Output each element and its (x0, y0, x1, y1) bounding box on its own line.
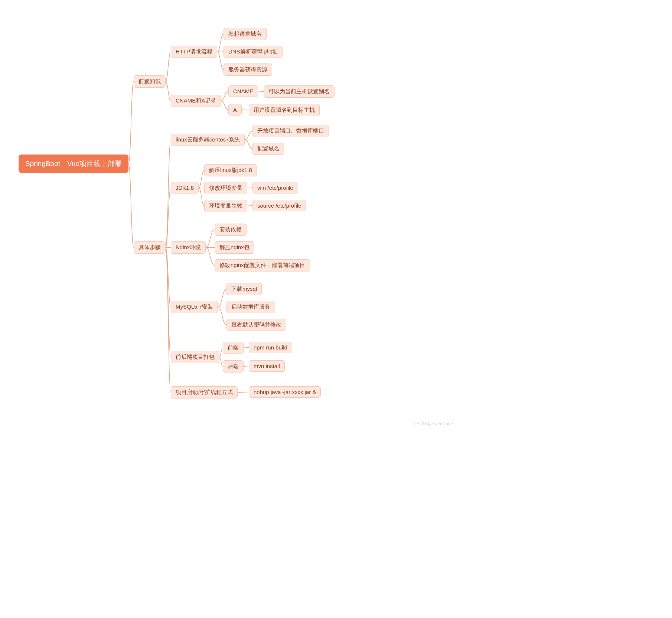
mindmap-canvas: SpringBoot、Vue项目线上部署 前置知识 具体步骤 HTTP请求流程 … (11, 11, 457, 427)
node-jdk: JDK1.8 (171, 182, 199, 193)
node-launch-cmd: nohup java -jar xxxx.jar & (249, 386, 321, 398)
node-nginx-config: 修改nginx配置文件，部署前端项目 (215, 259, 310, 271)
watermark: CSDN @DaenCode (413, 421, 453, 426)
node-cname-desc: 可以为当前主机设置别名 (264, 85, 335, 98)
node-steps: 具体步骤 (134, 241, 166, 254)
node-linux: linux云服务器centos7系统 (171, 134, 245, 146)
node-jdk-extract: 解压linux版jdk1.8 (204, 164, 257, 176)
node-a-label: A (228, 104, 242, 116)
node-cname-a: CNAME和A记录 (171, 95, 221, 107)
node-linux-domain: 配置域名 (252, 143, 284, 155)
node-frontend-cmd: npm run build (249, 342, 292, 353)
node-http-dns: DNS解析获得ip地址 (224, 46, 283, 58)
node-mysql-dl: 下载mysql (226, 283, 262, 295)
node-linux-port: 开放项目端口、数据库端口 (252, 125, 329, 137)
node-launch: 项目启动,守护线程方式 (171, 386, 238, 399)
node-package: 前后端项目打包 (171, 351, 219, 363)
node-mysql-pwd: 查看默认密码并修改 (226, 319, 286, 331)
node-backend: 后端 (223, 360, 244, 373)
node-backend-cmd: mvn install (249, 360, 285, 372)
node-jdk-effect: 环境变量生效 (204, 200, 247, 212)
root-node: SpringBoot、Vue项目线上部署 (19, 154, 128, 173)
node-jdk-vim: vim /etc/profile (252, 182, 298, 193)
node-prerequisites: 前置知识 (134, 75, 166, 88)
node-jdk-source: source /etc/profile (252, 200, 306, 211)
node-http-domain: 发起请求域名 (224, 28, 267, 40)
node-nginx-extract: 解压nginx包 (215, 241, 254, 254)
node-nginx-deps: 安装依赖 (215, 224, 247, 236)
node-cname-label: CNAME (228, 85, 258, 97)
node-http-resource: 服务器获得资源 (224, 64, 272, 76)
node-frontend: 前端 (223, 342, 244, 354)
node-nginx: Nginx环境 (171, 241, 206, 254)
node-jdk-env: 修改环境变量 (204, 182, 247, 194)
node-mysql: MySQL5.7安装 (171, 301, 218, 313)
node-mysql-start: 启动数据库服务 (226, 301, 275, 313)
node-http-flow: HTTP请求流程 (171, 46, 217, 58)
node-a-desc: 用户设置域名到目标主机 (249, 104, 320, 116)
